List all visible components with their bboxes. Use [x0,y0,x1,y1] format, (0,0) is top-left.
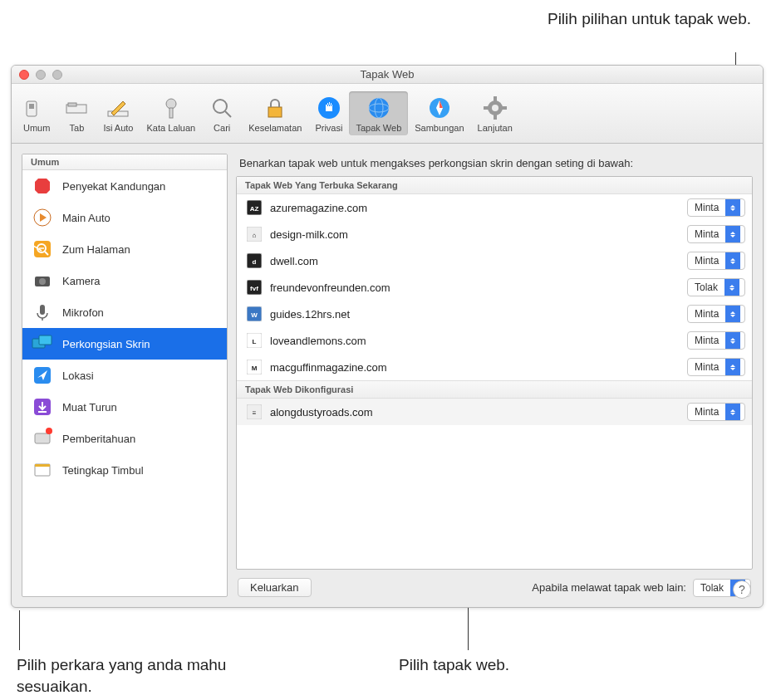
toolbar-label: Cari [214,123,230,133]
main-panel: Benarkan tapak web untuk mengakses perko… [236,154,753,597]
svg-text:L: L [253,338,257,345]
svg-rect-3 [68,103,76,106]
key-icon [158,95,184,121]
svg-text:fvf: fvf [250,285,258,292]
site-row[interactable]: fvf freundevonfreunden.com Tolak [237,274,752,301]
svg-rect-20 [502,106,507,110]
sidebar-item-screen-sharing[interactable]: Perkongsian Skrin [22,328,227,360]
site-row[interactable]: L loveandlemons.com Minta [237,327,752,354]
sidebar-item-content-blocker[interactable]: Penyekat Kandungan [22,170,227,202]
svg-marker-21 [35,179,50,193]
site-row[interactable]: M macguffinmagazine.com Minta [237,354,752,380]
switch-icon [23,95,50,121]
screens-icon [31,335,54,353]
websites-list: Tapak Web Yang Terbuka Sekarang AZ azure… [236,176,753,570]
favicon-icon: d [247,253,262,268]
callout-bottom-center: Pilih tapak web. [399,654,509,676]
site-permission-dropdown[interactable]: Minta [687,403,745,421]
sidebar-item-label: Lokasi [62,370,94,382]
stop-icon [31,177,54,195]
location-icon [31,366,54,384]
sidebar-item-label: Mikrofon [62,306,104,319]
toolbar-tab[interactable]: Tab [56,91,96,135]
zoom-icon [31,240,54,258]
toolbar-label: Keselamatan [248,123,302,133]
sidebar-item-camera[interactable]: Kamera [22,265,227,296]
play-icon [31,208,54,227]
sidebar-item-popups[interactable]: Tetingkap Timbul [22,454,227,486]
globe-icon [366,95,392,121]
svg-text:M: M [252,365,258,372]
svg-text:d: d [253,258,257,266]
toolbar-tapak-web[interactable]: Tapak Web [349,91,408,135]
sidebar-header: Umum [22,154,227,170]
site-permission-dropdown[interactable]: Minta [687,198,745,217]
toolbar-privasi[interactable]: Privasi [308,91,349,135]
toolbar-label: Lanjutan [478,123,513,133]
main-description: Benarkan tapak web untuk mengakses perko… [236,154,753,176]
search-icon [209,95,235,121]
site-permission-dropdown[interactable]: Minta [687,225,745,243]
toolbar-label: Umum [23,123,50,133]
sidebar-item-notifications[interactable]: Pemberitahuan [22,423,227,454]
compass-icon [426,95,453,121]
svg-text:W: W [251,311,258,319]
bottom-bar: Keluarkan Apabila melawat tapak web lain… [236,570,753,597]
microphone-icon [31,303,54,321]
lock-icon [262,95,288,121]
svg-point-30 [39,278,46,285]
svg-point-16 [492,105,499,111]
download-icon [31,398,54,416]
site-row[interactable]: AZ azuremagazine.com Minta [237,194,752,221]
toolbar-kata-laluan[interactable]: Kata Laluan [140,91,202,135]
chevron-updown-icon [725,332,740,349]
sidebar-item-microphone[interactable]: Mikrofon [22,296,227,328]
dropdown-label: Minta [688,202,725,213]
sidebar-item-autoplay[interactable]: Main Auto [22,202,227,233]
dropdown-label: Minta [688,255,725,267]
titlebar: Tapak Web [12,66,763,84]
site-row[interactable]: d dwell.com Minta [237,247,752,274]
svg-rect-18 [494,115,497,120]
sidebar: Umum Penyekat Kandungan Main Auto Zum Ha… [22,154,228,597]
remove-button[interactable]: Keluarkan [238,578,312,597]
toolbar-lanjutan[interactable]: Lanjutan [471,91,519,135]
site-permission-dropdown[interactable]: Minta [687,252,745,270]
sidebar-item-downloads[interactable]: Muat Turun [22,391,227,423]
toolbar-isi-auto[interactable]: Isi Auto [96,91,140,135]
toolbar-keselamatan[interactable]: Keselamatan [242,91,308,135]
site-permission-dropdown[interactable]: Tolak [687,278,745,296]
site-row[interactable]: ⌂ design-milk.com Minta [237,221,752,247]
help-button[interactable]: ? [733,580,751,599]
svg-rect-38 [35,433,50,443]
svg-rect-40 [35,464,50,467]
notification-badge-icon [46,428,52,434]
toolbar: Umum Tab Isi Auto Kata Laluan Cari Kesel… [12,84,763,144]
site-name: design-milk.com [270,228,679,241]
toolbar-umum[interactable]: Umum [17,91,56,135]
toolbar-label: Sambungan [415,123,464,133]
site-row[interactable]: ≡ alongdustyroads.com Minta [237,399,752,425]
favicon-icon: ≡ [247,404,262,419]
sidebar-item-zoom[interactable]: Zum Halaman [22,233,227,265]
favicon-icon: fvf [247,280,262,295]
site-row[interactable]: W guides.12hrs.net Minta [237,301,752,327]
sidebar-item-label: Perkongsian Skrin [62,338,150,350]
chevron-updown-icon [725,199,740,216]
site-permission-dropdown[interactable]: Minta [687,358,745,376]
toolbar-sambungan[interactable]: Sambungan [408,91,470,135]
toolbar-label: Tapak Web [356,123,401,133]
callout-line [19,610,20,650]
svg-rect-34 [39,335,52,345]
sidebar-item-label: Zum Halaman [62,243,130,256]
svg-text:AZ: AZ [250,205,259,213]
dropdown-label: Minta [688,361,725,373]
site-name: macguffinmagazine.com [270,361,679,374]
toolbar-cari[interactable]: Cari [202,91,242,135]
toolbar-label: Isi Auto [103,123,133,133]
other-sites-label: Apabila melawat tapak web lain: [532,581,686,594]
site-permission-dropdown[interactable]: Minta [687,331,745,350]
sidebar-item-location[interactable]: Lokasi [22,360,227,391]
window-title: Tapak Web [12,68,763,81]
site-permission-dropdown[interactable]: Minta [687,305,745,323]
